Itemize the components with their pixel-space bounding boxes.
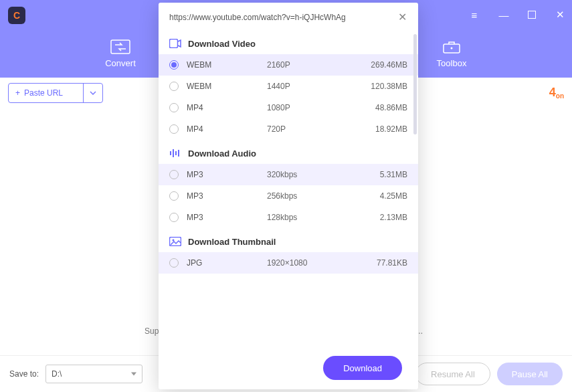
option-size: 269.46MB <box>347 60 407 70</box>
radio-icon <box>169 258 179 268</box>
url-input[interactable] <box>169 13 390 22</box>
download-options-modal: ✕ Download Video WEBM2160P269.46MBWEBM14… <box>159 3 418 389</box>
menu-icon[interactable]: ≡ <box>469 9 480 21</box>
option-format: WEBM <box>187 82 267 91</box>
brand-accent-sub: on <box>556 92 564 100</box>
brand-accent-main: 4 <box>549 86 556 100</box>
option-format: MP4 <box>187 103 267 112</box>
option-quality: 1080P <box>267 103 347 112</box>
section-video-title: Download Video <box>188 39 256 49</box>
option-format: MP3 <box>187 191 267 201</box>
app-logo: C <box>8 7 25 24</box>
minimize-icon[interactable]: — <box>498 9 509 21</box>
option-format: MP4 <box>187 124 267 134</box>
svg-rect-4 <box>170 151 171 155</box>
audio-option-row[interactable]: MP3128kbps2.13MB <box>159 207 418 228</box>
svg-rect-7 <box>178 150 179 157</box>
svg-point-2 <box>451 47 453 49</box>
svg-rect-5 <box>173 149 174 157</box>
audio-rows: MP3320kbps5.31MBMP3256kbps4.25MBMP3128kb… <box>159 164 418 228</box>
svg-rect-0 <box>111 40 130 54</box>
save-to-select[interactable]: D:\ <box>45 365 142 383</box>
thumb-option-row[interactable]: JPG1920×108077.81KB <box>159 252 418 274</box>
video-icon <box>169 38 181 49</box>
option-size: 77.81KB <box>347 258 407 268</box>
video-rows: WEBM2160P269.46MBWEBM1440P120.38MBMP4108… <box>159 54 418 140</box>
option-format: MP3 <box>187 213 267 222</box>
radio-icon <box>169 191 179 201</box>
option-quality: 1920×1080 <box>267 258 347 268</box>
section-audio-title: Download Audio <box>188 149 256 159</box>
radio-icon <box>169 213 179 222</box>
convert-icon <box>110 39 130 54</box>
truncated-text-left: Sup <box>145 326 159 336</box>
tab-toolbox[interactable]: Toolbox <box>411 39 492 68</box>
modal-body: Download Video WEBM2160P269.46MBWEBM1440… <box>159 27 418 347</box>
section-thumb-title: Download Thumbnail <box>188 237 276 247</box>
modal-footer: Download <box>159 347 418 389</box>
svg-rect-6 <box>175 151 177 155</box>
option-quality: 720P <box>267 124 347 134</box>
toolbox-icon <box>442 39 462 54</box>
radio-icon <box>169 82 179 91</box>
option-format: JPG <box>187 258 267 268</box>
audio-icon <box>169 148 181 159</box>
resume-all-button[interactable]: Resume All <box>415 363 490 385</box>
section-head-audio: Download Audio <box>159 140 418 164</box>
option-format: WEBM <box>187 60 267 70</box>
radio-icon <box>169 103 179 112</box>
option-size: 4.25MB <box>347 191 407 201</box>
close-window-icon[interactable]: ✕ <box>555 9 565 21</box>
video-option-row[interactable]: WEBM2160P269.46MB <box>159 54 418 76</box>
download-button[interactable]: Download <box>323 356 402 380</box>
option-quality: 128kbps <box>267 213 347 222</box>
video-option-row[interactable]: MP4720P18.92MB <box>159 118 418 140</box>
option-size: 48.86MB <box>347 103 407 112</box>
paste-url-label: Paste URL <box>24 88 63 98</box>
svg-rect-3 <box>170 39 178 48</box>
tab-convert[interactable]: Convert <box>80 39 161 68</box>
audio-option-row[interactable]: MP3256kbps4.25MB <box>159 185 418 207</box>
brand-accent: 4on <box>549 86 564 100</box>
paste-url-button[interactable]: + Paste URL <box>8 83 103 103</box>
option-size: 120.38MB <box>347 82 407 91</box>
video-option-row[interactable]: WEBM1440P120.38MB <box>159 76 418 97</box>
option-format: MP3 <box>187 170 267 179</box>
paste-url-dropdown[interactable] <box>84 91 102 95</box>
section-head-video: Download Video <box>159 30 418 54</box>
option-quality: 256kbps <box>267 191 347 201</box>
resume-all-label: Resume All <box>431 369 475 379</box>
plus-icon: + <box>15 88 20 98</box>
video-option-row[interactable]: MP41080P48.86MB <box>159 97 418 118</box>
save-to-label: Save to: <box>9 369 39 379</box>
option-size: 5.31MB <box>347 170 407 179</box>
modal-header: ✕ <box>159 3 418 27</box>
download-button-label: Download <box>343 363 382 373</box>
save-to-value: D:\ <box>52 369 62 379</box>
option-size: 18.92MB <box>347 124 407 134</box>
tab-convert-label: Convert <box>105 58 136 68</box>
radio-icon <box>169 60 179 70</box>
option-quality: 1440P <box>267 82 347 91</box>
audio-option-row[interactable]: MP3320kbps5.31MB <box>159 164 418 185</box>
pause-all-label: Pause All <box>512 369 548 379</box>
option-size: 2.13MB <box>347 213 407 222</box>
radio-icon <box>169 170 179 179</box>
maximize-icon[interactable] <box>528 11 536 19</box>
section-head-thumb: Download Thumbnail <box>159 228 418 252</box>
scrollbar[interactable] <box>413 34 417 134</box>
option-quality: 320kbps <box>267 170 347 179</box>
thumb-rows: JPG1920×108077.81KB <box>159 252 418 274</box>
close-icon[interactable]: ✕ <box>397 11 407 23</box>
option-quality: 2160P <box>267 60 347 70</box>
radio-icon <box>169 124 179 134</box>
tab-toolbox-label: Toolbox <box>437 58 467 68</box>
pause-all-button[interactable]: Pause All <box>497 363 563 385</box>
image-icon <box>169 236 181 247</box>
